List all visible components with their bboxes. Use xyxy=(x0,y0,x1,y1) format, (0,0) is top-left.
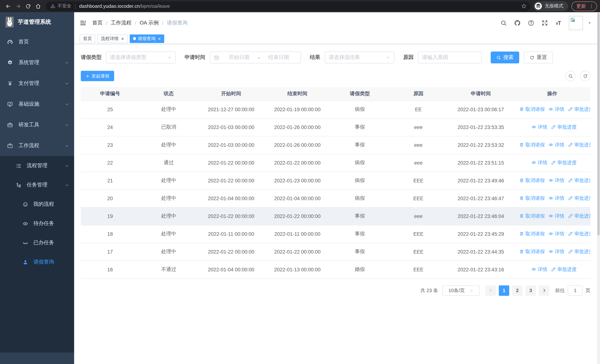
breadcrumb-item[interactable]: OA 示例 xyxy=(140,19,159,26)
avatar-caret-icon[interactable] xyxy=(588,21,591,25)
sidebar-item-已办任务[interactable]: 已办任务 xyxy=(0,233,74,252)
view-tab-请假查询[interactable]: 请假查询× xyxy=(130,34,164,43)
view-tab-流程详情[interactable]: 流程详情× xyxy=(97,34,127,43)
bookmark-icon[interactable] xyxy=(520,3,528,9)
update-button[interactable]: 更新 xyxy=(572,1,597,11)
sidebar-item-流程管理[interactable]: 流程管理 xyxy=(0,156,74,175)
sidebar-item-工作流程[interactable]: 工作流程 xyxy=(0,135,74,156)
progress-action[interactable]: 审批进度 xyxy=(551,159,577,166)
cancel-action[interactable]: 取消请假 xyxy=(519,106,545,113)
page-button-3[interactable]: 3 xyxy=(525,285,536,296)
eye-icon xyxy=(22,221,28,226)
table-row[interactable]: 24已取消2022-01-03 00:00:002022-01-26 00:00… xyxy=(81,118,590,136)
table-row[interactable]: 18处理中2022-01-11 00:00:002022-01-11 00:00… xyxy=(81,225,590,243)
progress-action[interactable]: 审批进度 xyxy=(568,195,591,202)
cell-type: 婚假 xyxy=(331,261,389,278)
breadcrumb-item[interactable]: 工作流程 xyxy=(111,19,131,26)
table-row[interactable]: 16不通过2022-01-04 00:00:002022-01-13 00:00… xyxy=(81,261,590,278)
table-row[interactable]: 17处理中2022-01-22 00:00:002022-01-22 00:00… xyxy=(81,243,590,261)
progress-action[interactable]: 审批进度 xyxy=(551,124,577,131)
table-row[interactable]: 19处理中2022-01-22 00:00:002022-01-22 00:00… xyxy=(81,207,590,225)
detail-action[interactable]: 详情 xyxy=(548,106,564,113)
next-page-button[interactable] xyxy=(539,285,549,296)
detail-action[interactable]: 详情 xyxy=(548,213,564,219)
table-row[interactable]: 23处理中2022-01-03 00:00:002022-01-26 00:00… xyxy=(81,136,590,154)
collapse-sidebar-icon[interactable] xyxy=(80,19,86,26)
help-icon[interactable] xyxy=(528,19,534,26)
back-icon[interactable] xyxy=(3,1,13,11)
refresh-icon xyxy=(530,55,534,60)
cancel-action[interactable]: 取消请假 xyxy=(519,231,545,237)
cell-applied: 2022-01-22 23:51:15 xyxy=(448,154,514,172)
table-search-button[interactable] xyxy=(565,71,576,81)
cancel-action[interactable]: 取消请假 xyxy=(519,177,545,184)
reload-icon[interactable] xyxy=(23,1,33,11)
sidebar-item-研发工具[interactable]: 研发工具 xyxy=(0,114,74,135)
page-button-2[interactable]: 2 xyxy=(512,285,523,296)
create-leave-button[interactable]: 发起请假 xyxy=(81,71,114,81)
github-icon[interactable] xyxy=(514,19,521,26)
goto-page-input[interactable]: 1 xyxy=(568,285,582,296)
sidebar-item-系统管理[interactable]: 系统管理 xyxy=(0,52,74,73)
detail-action[interactable]: 详情 xyxy=(531,124,547,131)
cell-reason: EEE xyxy=(389,261,448,278)
browser-menu-icon[interactable] xyxy=(589,3,594,9)
progress-action[interactable]: 审批进度 xyxy=(568,213,591,219)
trash-icon xyxy=(519,142,524,147)
table-row[interactable]: 22通过2022-01-22 00:00:002022-01-22 00:00:… xyxy=(81,154,590,172)
progress-action[interactable]: 审批进度 xyxy=(568,106,591,113)
detail-action[interactable]: 详情 xyxy=(548,248,564,255)
filter-leave-type: 请假类型 请选择请假类型 xyxy=(81,52,176,63)
sidebar-item-请假查询[interactable]: 请假查询 xyxy=(0,252,74,272)
page-scrollbar[interactable] xyxy=(597,12,600,364)
sidebar-item-首页[interactable]: 首页 xyxy=(0,31,74,52)
page-size-select[interactable]: 10条/页 xyxy=(442,285,479,296)
table-refresh-button[interactable] xyxy=(580,71,590,81)
search-icon[interactable] xyxy=(500,19,507,26)
progress-action[interactable]: 审批进度 xyxy=(568,248,591,255)
home-icon[interactable] xyxy=(33,1,43,11)
detail-action[interactable]: 详情 xyxy=(548,231,564,237)
prev-page-button[interactable] xyxy=(486,285,496,296)
table-row[interactable]: 21处理中2022-01-22 00:00:002022-01-23 00:00… xyxy=(81,172,590,189)
progress-action[interactable]: 审批进度 xyxy=(568,231,591,237)
detail-action[interactable]: 详情 xyxy=(548,195,564,202)
sidebar-item-支付管理[interactable]: 支付管理 xyxy=(0,73,74,94)
progress-action[interactable]: 审批进度 xyxy=(551,266,577,273)
update-label: 更新 xyxy=(576,3,586,9)
reset-button[interactable]: 重置 xyxy=(524,52,553,63)
sidebar-item-任务管理[interactable]: 任务管理 xyxy=(0,175,74,195)
page-button-1[interactable]: 1 xyxy=(499,285,509,296)
reason-input[interactable]: 请输入原因 xyxy=(418,52,482,63)
breadcrumb-item[interactable]: 首页 xyxy=(92,19,103,26)
search-button[interactable]: 搜索 xyxy=(491,52,519,63)
leave-type-select[interactable]: 请选择请假类型 xyxy=(106,52,176,63)
table-row[interactable]: 20处理中2022-01-04 00:00:002022-01-04 00:00… xyxy=(81,189,590,207)
close-icon[interactable]: × xyxy=(121,36,124,41)
cancel-action[interactable]: 取消请假 xyxy=(519,213,545,219)
breadcrumb-item[interactable]: 请假查询 xyxy=(167,19,188,26)
cancel-action[interactable]: 取消请假 xyxy=(519,248,545,255)
progress-action[interactable]: 审批进度 xyxy=(568,177,591,184)
detail-action[interactable]: 详情 xyxy=(531,266,547,273)
sidebar-item-待办任务[interactable]: 待办任务 xyxy=(0,214,74,233)
forward-icon[interactable] xyxy=(13,1,23,11)
progress-action[interactable]: 审批进度 xyxy=(568,142,591,148)
table-row[interactable]: 25处理中2021-12-27 00:00:002022-01-19 00:00… xyxy=(81,101,590,118)
scrollbar-thumb[interactable] xyxy=(597,13,600,235)
sidebar-item-我的流程[interactable]: 我的流程 xyxy=(0,195,74,214)
url-bar[interactable]: 不安全 dashboard.yudao.iocoder.cn/bpm/oa/le… xyxy=(46,1,530,11)
view-tab-首页[interactable]: 首页 xyxy=(80,34,95,43)
close-icon[interactable]: × xyxy=(158,36,161,41)
font-size-icon[interactable] xyxy=(555,19,562,26)
avatar[interactable] xyxy=(569,16,583,30)
detail-action[interactable]: 详情 xyxy=(531,159,547,166)
detail-action[interactable]: 详情 xyxy=(548,142,564,148)
fullscreen-icon[interactable] xyxy=(542,19,548,26)
sidebar-item-基础设施[interactable]: 基础设施 xyxy=(0,94,74,114)
result-select[interactable]: 请选择流结果 xyxy=(325,52,394,63)
date-range-input[interactable]: 开始日期 - 结束日期 xyxy=(210,52,301,63)
cancel-action[interactable]: 取消请假 xyxy=(519,195,545,202)
detail-action[interactable]: 详情 xyxy=(548,177,564,184)
cancel-action[interactable]: 取消请假 xyxy=(519,142,545,148)
